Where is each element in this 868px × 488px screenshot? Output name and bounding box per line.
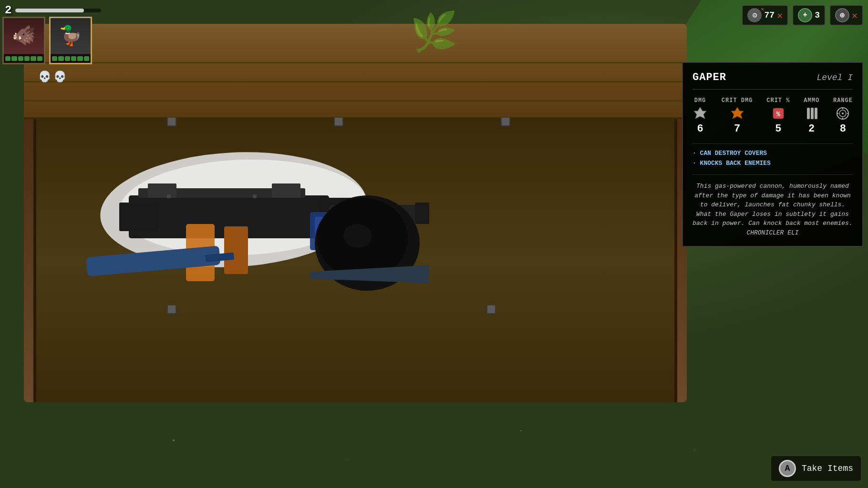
ammo-icon xyxy=(804,106,819,121)
stat-crit-dmg: CRIT DMG 7 xyxy=(722,97,753,135)
game-canvas: 🌿 xyxy=(0,0,868,488)
portrait-1[interactable]: 🐗 xyxy=(2,17,45,64)
svg-point-33 xyxy=(842,112,844,114)
range-label: RANGE xyxy=(833,97,853,104)
skull-icon-2: 💀 xyxy=(53,71,66,83)
turn-number: 2 xyxy=(5,4,11,17)
turn-indicator: 2 xyxy=(5,4,101,17)
svg-rect-3 xyxy=(119,203,157,231)
ground-area xyxy=(0,393,868,488)
range-value: 8 xyxy=(840,123,846,135)
action-prompt: A Take Items xyxy=(771,456,861,481)
health-pip xyxy=(58,56,63,61)
stat-range: RANGE 8 xyxy=(833,97,853,135)
plus-icon: + xyxy=(798,8,812,22)
health-pip xyxy=(71,56,76,61)
plus-resource-badge[interactable]: + 3 xyxy=(792,5,826,26)
health-pip xyxy=(77,56,83,61)
dmg-value: 6 xyxy=(697,123,703,135)
gear-resource-badge[interactable]: ⚙ 77 ✕ xyxy=(742,5,788,26)
turn-bar-fill xyxy=(15,9,84,12)
turn-progress-bar xyxy=(15,9,101,12)
stat-ammo: AMMO 2 xyxy=(804,97,819,135)
weapon-display xyxy=(72,133,429,291)
health-pip xyxy=(18,56,23,61)
health-pip xyxy=(52,56,57,61)
health-pip xyxy=(11,56,17,61)
crit-pct-label: CRIT % xyxy=(766,97,790,104)
dmg-icon xyxy=(692,106,708,121)
crate-bolt-1 xyxy=(167,117,176,126)
stat-dmg: DMG 6 xyxy=(692,97,708,135)
circle-resource-badge[interactable]: ⊕ ✕ xyxy=(829,5,863,26)
svg-rect-10 xyxy=(148,183,176,198)
ammo-value: 2 xyxy=(808,123,815,135)
item-info-panel: GAPER Level I DMG 6 CRIT DMG xyxy=(682,62,863,247)
stat-crit-pct: CRIT % % 5 xyxy=(766,97,790,135)
item-description: This gas-powered cannon, humorously name… xyxy=(692,174,853,237)
portraits-container: 🐗 🦆 xyxy=(2,17,92,64)
health-pip xyxy=(65,56,70,61)
item-level: Level I xyxy=(816,73,853,82)
svg-rect-13 xyxy=(253,194,257,198)
svg-rect-28 xyxy=(807,108,810,119)
portrait-2-health xyxy=(51,54,91,63)
action-label: Take Items xyxy=(802,464,853,473)
crate-bolt-5 xyxy=(486,305,496,314)
hud-top-left: 2 🐗 🦆 xyxy=(0,0,119,10)
circle-cross-icon: ✕ xyxy=(852,10,858,21)
portrait-face-1: 🐗 xyxy=(4,18,44,54)
svg-rect-6 xyxy=(415,203,429,224)
svg-marker-25 xyxy=(731,107,744,119)
portrait-2[interactable]: 🦆 xyxy=(49,17,92,64)
plus-resource-value: 3 xyxy=(815,10,820,20)
health-pip xyxy=(84,56,89,61)
item-panel-header: GAPER Level I xyxy=(692,71,853,90)
portrait-1-health xyxy=(4,54,44,63)
crate-top-panel xyxy=(24,24,687,119)
health-pip xyxy=(37,56,42,61)
item-abilities: CAN DESTROY COVERS KNOCKS BACK ENEMIES xyxy=(692,143,853,167)
svg-point-20 xyxy=(343,224,372,248)
svg-rect-11 xyxy=(272,183,300,198)
svg-rect-8 xyxy=(224,226,248,274)
skull-icon-1: 💀 xyxy=(38,71,51,83)
crate-bolt-3 xyxy=(501,117,510,126)
range-icon xyxy=(835,106,850,121)
dmg-label: DMG xyxy=(694,97,706,104)
skull-indicators: 💀 💀 xyxy=(38,71,66,83)
crate-bolt-2 xyxy=(334,117,343,126)
take-items-button[interactable]: A xyxy=(779,460,796,477)
crit-dmg-label: CRIT DMG xyxy=(722,97,753,104)
stats-row: DMG 6 CRIT DMG 7 CRI xyxy=(692,97,853,135)
crit-dmg-value: 7 xyxy=(734,123,740,135)
gear-cross-icon: ✕ xyxy=(777,10,783,21)
crit-dmg-icon xyxy=(730,106,745,121)
health-pip xyxy=(31,56,36,61)
gear-icon: ⚙ xyxy=(747,8,762,22)
svg-text:%: % xyxy=(776,111,781,118)
health-pip xyxy=(5,56,10,61)
crate-bolt-4 xyxy=(167,305,176,314)
item-name: GAPER xyxy=(692,71,726,83)
health-pip xyxy=(24,56,30,61)
ability-2: KNOCKS BACK ENEMIES xyxy=(692,160,853,167)
svg-rect-12 xyxy=(167,194,171,198)
svg-rect-29 xyxy=(811,108,814,119)
crit-pct-icon: % xyxy=(771,106,786,121)
crit-pct-value: 5 xyxy=(775,123,781,135)
hud-top-right: ⚙ 77 ✕ + 3 ⊕ ✕ xyxy=(742,5,863,26)
gear-resource-value: 77 xyxy=(764,10,775,20)
ammo-label: AMMO xyxy=(804,97,819,104)
ability-1: CAN DESTROY COVERS xyxy=(692,150,853,157)
svg-marker-24 xyxy=(694,107,706,119)
circle-icon: ⊕ xyxy=(835,8,849,22)
svg-rect-30 xyxy=(815,108,817,119)
portrait-face-2: 🦆 xyxy=(51,18,91,54)
